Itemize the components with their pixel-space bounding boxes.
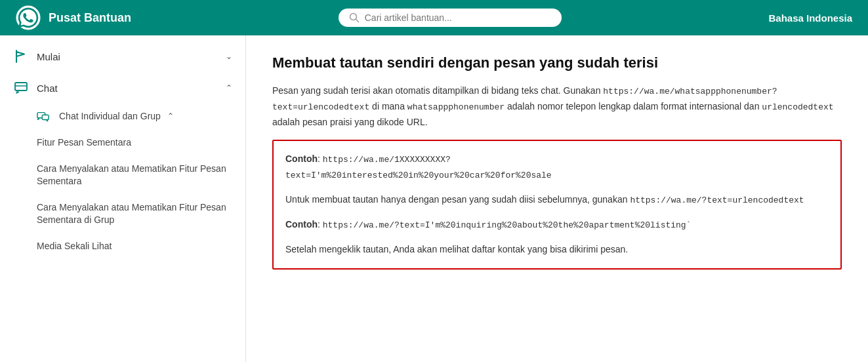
sidebar-item-cara-menyalakan[interactable]: Cara Menyalakan atau Mematikan Fitur Pes… (0, 156, 245, 195)
sidebar-chat-label: Chat (37, 83, 218, 94)
whatsapp-logo-icon (16, 5, 41, 30)
search-area (131, 9, 768, 27)
main-layout: Mulai ⌄ Chat ⌃ (0, 35, 868, 362)
search-icon (349, 12, 360, 23)
chat-group-icon (37, 110, 50, 123)
article-title: Membuat tautan sendiri dengan pesan yang… (272, 54, 842, 73)
sidebar-item-chat-individual-grup[interactable]: Chat Individual dan Grup ⌃ (0, 104, 245, 130)
language-selector[interactable]: Bahasa Indonesia (768, 12, 852, 24)
logo-area: Pusat Bantuan (16, 5, 131, 30)
intro-paragraph: Pesan yang sudah terisi akan otomatis di… (272, 83, 842, 131)
mulai-chevron-icon: ⌄ (226, 52, 232, 61)
sidebar: Mulai ⌄ Chat ⌃ (0, 35, 246, 362)
flag-icon (13, 49, 29, 64)
main-content: Membuat tautan sendiri dengan pesan yang… (246, 35, 868, 362)
chat-icon (13, 80, 29, 96)
sidebar-item-fitur-pesan[interactable]: Fitur Pesan Sementara (0, 130, 245, 156)
generic-paragraph: Untuk membuat tautan hanya dengan pesan … (285, 192, 829, 208)
article-body: Pesan yang sudah terisi akan otomatis di… (272, 83, 842, 270)
chat-chevron-icon: ⌃ (226, 83, 232, 92)
header: Pusat Bantuan Bahasa Indonesia (0, 0, 868, 35)
sidebar-item-chat[interactable]: Chat ⌃ (0, 72, 245, 104)
sidebar-item-mulai[interactable]: Mulai ⌄ (0, 41, 245, 72)
example-2-paragraph: Contoh: https://wa.me/?text=I'm%20inquir… (285, 217, 829, 233)
header-title: Pusat Bantuan (49, 11, 131, 25)
sidebar-item-cara-menyalakan-grup[interactable]: Cara Menyalakan atau Mematikan Fitur Pes… (0, 195, 245, 233)
svg-rect-3 (15, 83, 27, 90)
search-box[interactable] (339, 9, 562, 27)
svg-rect-6 (42, 115, 49, 119)
sidebar-mulai-label: Mulai (37, 51, 218, 62)
example-box: Contoh: https://wa.me/1XXXXXXXXX? text=I… (272, 140, 842, 270)
chat-individual-chevron-icon: ⌃ (167, 111, 174, 121)
example-1-paragraph: Contoh: https://wa.me/1XXXXXXXXX? text=I… (285, 151, 829, 183)
svg-line-2 (356, 20, 358, 22)
search-input[interactable] (365, 12, 551, 23)
sidebar-chat-individual-label: Chat Individual dan Grup (59, 110, 161, 123)
closing-paragraph: Setelah mengeklik tautan, Anda akan meli… (285, 242, 829, 258)
sidebar-item-media-sekali[interactable]: Media Sekali Lihat (0, 233, 245, 260)
